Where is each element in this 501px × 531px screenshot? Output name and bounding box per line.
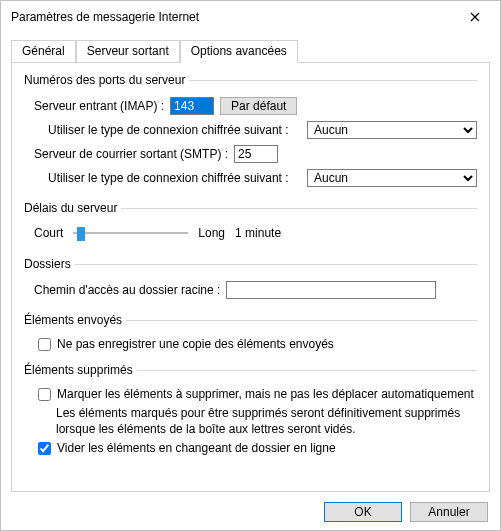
smtp-encryption-select[interactable]: Aucun bbox=[307, 169, 477, 187]
group-server-timeouts: Délais du serveur Court Long 1 minute bbox=[24, 201, 477, 249]
purge-on-switch-checkbox[interactable] bbox=[38, 442, 51, 455]
legend-sent-items: Éléments envoyés bbox=[24, 313, 126, 327]
root-folder-input[interactable] bbox=[226, 281, 436, 299]
close-icon bbox=[470, 12, 480, 22]
imap-port-input[interactable] bbox=[170, 97, 214, 115]
tab-outgoing-server[interactable]: Serveur sortant bbox=[76, 40, 180, 62]
smtp-port-input[interactable] bbox=[234, 145, 278, 163]
no-save-copy-label: Ne pas enregistrer une copie des élément… bbox=[57, 337, 334, 351]
imap-port-label: Serveur entrant (IMAP) : bbox=[34, 99, 164, 113]
window-title: Paramètres de messagerie Internet bbox=[11, 10, 199, 24]
mark-for-deletion-checkbox[interactable] bbox=[38, 388, 51, 401]
dialog-footer: OK Annuler bbox=[1, 502, 500, 531]
ok-button[interactable]: OK bbox=[324, 502, 402, 522]
tabpanel-advanced: Numéros des ports du serveur Serveur ent… bbox=[11, 62, 490, 492]
imap-encryption-select[interactable]: Aucun bbox=[307, 121, 477, 139]
imap-encryption-label: Utiliser le type de connexion chiffrée s… bbox=[48, 123, 289, 137]
legend-folders: Dossiers bbox=[24, 257, 75, 271]
mark-for-deletion-label: Marquer les éléments à supprimer, mais n… bbox=[57, 387, 474, 401]
timeout-value: 1 minute bbox=[235, 226, 281, 240]
use-defaults-button[interactable]: Par défaut bbox=[220, 97, 297, 115]
tab-advanced[interactable]: Options avancées bbox=[180, 40, 298, 63]
close-button[interactable] bbox=[458, 7, 492, 27]
smtp-port-label: Serveur de courrier sortant (SMTP) : bbox=[34, 147, 228, 161]
legend-deleted-items: Éléments supprimés bbox=[24, 363, 137, 377]
legend-server-timeouts: Délais du serveur bbox=[24, 201, 121, 215]
timeout-short-label: Court bbox=[34, 226, 63, 240]
tab-general[interactable]: Général bbox=[11, 40, 76, 62]
group-deleted-items: Éléments supprimés Marquer les éléments … bbox=[24, 363, 477, 459]
mark-for-deletion-description: Les éléments marqués pour être supprimés… bbox=[56, 405, 477, 437]
cancel-button[interactable]: Annuler bbox=[410, 502, 488, 522]
smtp-encryption-label: Utiliser le type de connexion chiffrée s… bbox=[48, 171, 289, 185]
group-folders: Dossiers Chemin d'accès au dossier racin… bbox=[24, 257, 477, 305]
purge-on-switch-label: Vider les éléments en changeant de dossi… bbox=[57, 441, 336, 455]
titlebar: Paramètres de messagerie Internet bbox=[1, 1, 500, 33]
tabstrip: Général Serveur sortant Options avancées bbox=[1, 33, 500, 62]
root-folder-label: Chemin d'accès au dossier racine : bbox=[34, 283, 220, 297]
timeout-long-label: Long bbox=[198, 226, 225, 240]
no-save-copy-checkbox[interactable] bbox=[38, 338, 51, 351]
group-sent-items: Éléments envoyés Ne pas enregistrer une … bbox=[24, 313, 477, 355]
timeout-slider[interactable] bbox=[73, 223, 188, 243]
legend-server-ports: Numéros des ports du serveur bbox=[24, 73, 189, 87]
group-server-ports: Numéros des ports du serveur Serveur ent… bbox=[24, 73, 477, 193]
